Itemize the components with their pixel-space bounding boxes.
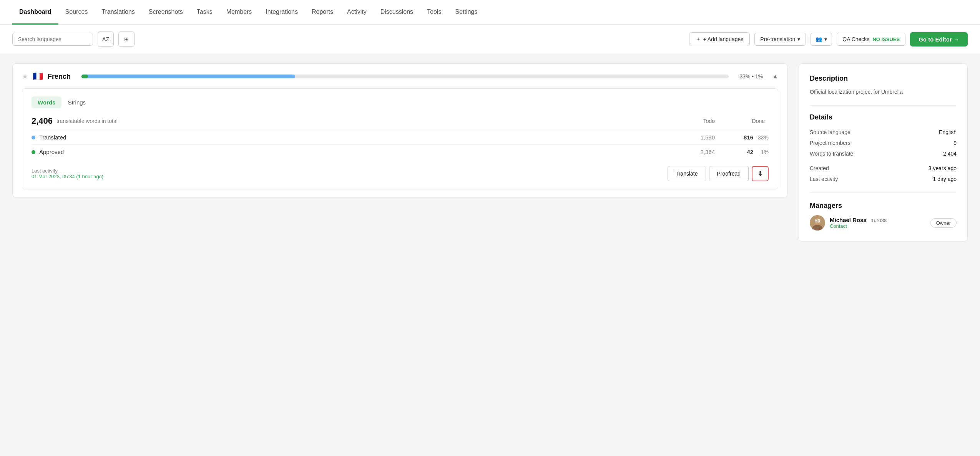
download-icon: ⬇ bbox=[757, 169, 763, 178]
last-activity-label: Last activity bbox=[32, 168, 58, 174]
members-dropdown-icon: ▾ bbox=[824, 36, 827, 42]
add-languages-label: + Add languages bbox=[703, 36, 744, 42]
nav-item-activity[interactable]: Activity bbox=[340, 0, 374, 25]
nav-item-integrations[interactable]: Integrations bbox=[259, 0, 305, 25]
last-activity-value: 1 day ago bbox=[933, 176, 957, 182]
progress-percentage: 33% • 1% bbox=[739, 73, 763, 80]
collapse-button[interactable]: ▲ bbox=[772, 73, 778, 80]
manager-row: MR Michael Ross m.ross Contact Owner bbox=[810, 215, 957, 230]
plus-icon: ＋ bbox=[696, 36, 701, 43]
sort-az-button[interactable]: AZ bbox=[98, 32, 114, 47]
qa-status-badge: NO ISSUES bbox=[872, 36, 900, 42]
svg-text:MR: MR bbox=[814, 219, 821, 223]
tab-strings[interactable]: Strings bbox=[61, 96, 92, 108]
managers-title: Managers bbox=[810, 202, 957, 210]
right-section: Description Official localization projec… bbox=[799, 63, 968, 242]
action-buttons: Translate Proofread ⬇ bbox=[668, 166, 769, 181]
contact-link[interactable]: Contact bbox=[830, 223, 926, 229]
language-flag: 🇫🇷 bbox=[33, 71, 43, 81]
progress-bar bbox=[81, 75, 729, 78]
nav-item-tools[interactable]: Tools bbox=[420, 0, 448, 25]
nav-item-translations[interactable]: Translations bbox=[95, 0, 142, 25]
qa-checks-button[interactable]: QA Checks NO ISSUES bbox=[837, 33, 905, 46]
dropdown-arrow-icon: ▾ bbox=[797, 36, 800, 42]
details-title: Details bbox=[810, 113, 957, 121]
source-language-label: Source language bbox=[810, 129, 939, 135]
top-navigation: Dashboard Sources Translations Screensho… bbox=[0, 0, 980, 25]
language-name: French bbox=[48, 73, 71, 81]
description-text: Official localization project for Umbrel… bbox=[810, 88, 957, 96]
approved-pct: 1% bbox=[753, 149, 769, 155]
approved-dot bbox=[32, 150, 35, 154]
project-members-value: 9 bbox=[953, 140, 957, 146]
last-activity-value: 01 Mar 2023, 05:34 (1 hour ago) bbox=[32, 174, 103, 179]
progress-approved bbox=[81, 75, 88, 78]
details-spacer bbox=[810, 159, 957, 163]
qa-checks-label: QA Checks bbox=[842, 36, 869, 42]
manager-name: Michael Ross bbox=[830, 217, 867, 223]
pretranslation-button[interactable]: Pre-translation ▾ bbox=[754, 33, 806, 46]
col-header-done: Done bbox=[738, 118, 765, 124]
progress-translated bbox=[81, 75, 295, 78]
manager-name-row: Michael Ross m.ross bbox=[830, 217, 926, 223]
grid-view-button[interactable]: ⊞ bbox=[118, 32, 135, 47]
add-languages-button[interactable]: ＋ + Add languages bbox=[689, 32, 750, 46]
total-words-count: 2,406 bbox=[32, 116, 53, 126]
words-to-translate-label: Words to translate bbox=[810, 151, 943, 157]
manager-handle: m.ross bbox=[870, 217, 887, 223]
nav-item-screenshots[interactable]: Screenshots bbox=[142, 0, 190, 25]
toolbar: AZ ⊞ ＋ + Add languages Pre-translation ▾… bbox=[0, 25, 980, 54]
tab-words[interactable]: Words bbox=[32, 96, 61, 108]
pretranslation-label: Pre-translation bbox=[760, 36, 795, 42]
avatar-image: MR bbox=[810, 215, 825, 230]
left-panel: ★ 🇫🇷 French 33% • 1% ▲ Words Strings bbox=[12, 63, 788, 451]
search-input[interactable] bbox=[12, 33, 93, 46]
nav-item-discussions[interactable]: Discussions bbox=[374, 0, 420, 25]
go-to-editor-label: Go to Editor → bbox=[919, 36, 959, 43]
divider-2 bbox=[810, 192, 957, 192]
stat-row-translated: Translated 1,590 816 33% bbox=[32, 130, 769, 144]
translate-button[interactable]: Translate bbox=[668, 166, 706, 181]
total-words-label: translatable words in total bbox=[56, 118, 118, 124]
approved-todo: 2,364 bbox=[688, 149, 715, 155]
download-button[interactable]: ⬇ bbox=[752, 166, 769, 181]
nav-item-sources[interactable]: Sources bbox=[58, 0, 95, 25]
grid-icon: ⊞ bbox=[124, 36, 129, 42]
nav-items: Dashboard Sources Translations Screensho… bbox=[12, 0, 484, 24]
details-list: Source language English Project members … bbox=[810, 127, 957, 184]
created-label: Created bbox=[810, 165, 929, 171]
nav-item-members[interactable]: Members bbox=[219, 0, 259, 25]
nav-item-reports[interactable]: Reports bbox=[305, 0, 340, 25]
nav-item-dashboard[interactable]: Dashboard bbox=[12, 0, 58, 25]
main-content: ★ 🇫🇷 French 33% • 1% ▲ Words Strings bbox=[0, 54, 980, 456]
language-header: ★ 🇫🇷 French 33% • 1% ▲ bbox=[22, 71, 778, 81]
stats-box: Words Strings 2,406 translatable words i… bbox=[22, 88, 778, 189]
owner-badge: Owner bbox=[930, 218, 957, 228]
managers-section: Managers MR Michael Ross bbox=[810, 202, 957, 230]
detail-source-language: Source language English bbox=[810, 127, 957, 138]
translated-label: Translated bbox=[39, 134, 688, 141]
detail-project-members: Project members 9 bbox=[810, 138, 957, 148]
manager-info: Michael Ross m.ross Contact bbox=[830, 217, 926, 229]
approved-label: Approved bbox=[39, 149, 688, 155]
column-headers: Todo Done bbox=[688, 118, 765, 124]
go-to-editor-button[interactable]: Go to Editor → bbox=[910, 32, 968, 46]
star-button[interactable]: ★ bbox=[22, 72, 28, 81]
proofread-button[interactable]: Proofread bbox=[709, 166, 749, 181]
detail-last-activity: Last activity 1 day ago bbox=[810, 174, 957, 184]
nav-item-tasks[interactable]: Tasks bbox=[190, 0, 219, 25]
stat-row-approved: Approved 2,364 42 1% bbox=[32, 144, 769, 159]
detail-words-to-translate: Words to translate 2 404 bbox=[810, 148, 957, 159]
members-icon: 👥 bbox=[816, 36, 822, 42]
divider-1 bbox=[810, 105, 957, 106]
sort-az-icon: AZ bbox=[102, 36, 109, 42]
nav-item-settings[interactable]: Settings bbox=[448, 0, 484, 25]
translated-pct: 33% bbox=[753, 134, 769, 141]
translated-done: 816 bbox=[726, 134, 753, 141]
translated-dot bbox=[32, 136, 35, 139]
description-title: Description bbox=[810, 75, 957, 83]
members-button[interactable]: 👥 ▾ bbox=[811, 33, 832, 46]
last-activity: Last activity 01 Mar 2023, 05:34 (1 hour… bbox=[32, 168, 668, 179]
detail-created: Created 3 years ago bbox=[810, 163, 957, 174]
source-language-value: English bbox=[939, 129, 957, 135]
